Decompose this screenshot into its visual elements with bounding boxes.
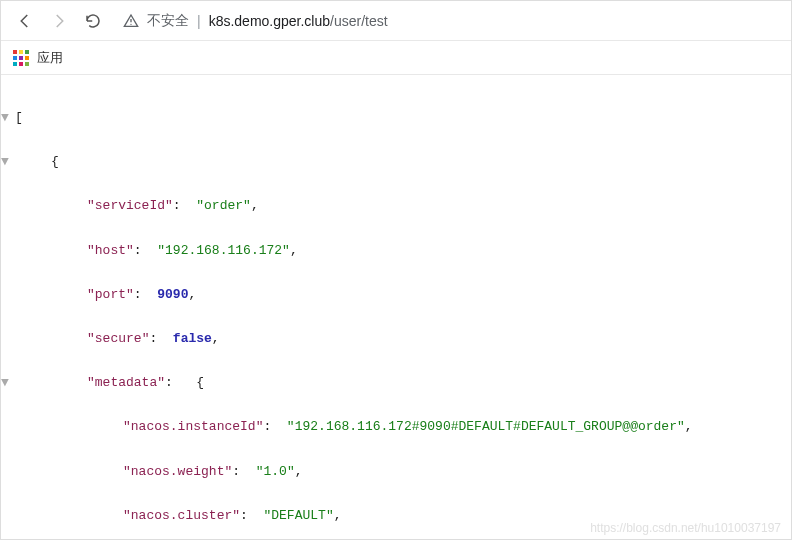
forward-button[interactable]: [45, 7, 73, 35]
insecure-label: 不安全: [147, 12, 189, 30]
apps-icon[interactable]: [13, 50, 29, 66]
bookmarks-bar: 应用: [1, 41, 791, 75]
collapse-toggle-icon[interactable]: ▼: [0, 372, 11, 394]
url-text: k8s.demo.gper.club/user/test: [209, 13, 388, 29]
reload-button[interactable]: [79, 7, 107, 35]
collapse-toggle-icon[interactable]: ▼: [0, 107, 11, 129]
reload-icon: [84, 12, 102, 30]
url-divider: |: [197, 13, 201, 29]
arrow-left-icon: [16, 12, 34, 30]
address-bar[interactable]: 不安全 | k8s.demo.gper.club/user/test: [113, 6, 781, 36]
insecure-warning-icon: [123, 13, 139, 29]
json-viewer: ▼[ ▼{ "serviceId": "order", "host": "192…: [1, 75, 791, 540]
svg-point-1: [130, 23, 131, 24]
collapse-toggle-icon[interactable]: ▼: [0, 151, 11, 173]
apps-label[interactable]: 应用: [37, 49, 63, 67]
browser-toolbar: 不安全 | k8s.demo.gper.club/user/test: [1, 1, 791, 41]
watermark: https://blog.csdn.net/hu1010037197: [590, 521, 781, 535]
back-button[interactable]: [11, 7, 39, 35]
arrow-right-icon: [50, 12, 68, 30]
